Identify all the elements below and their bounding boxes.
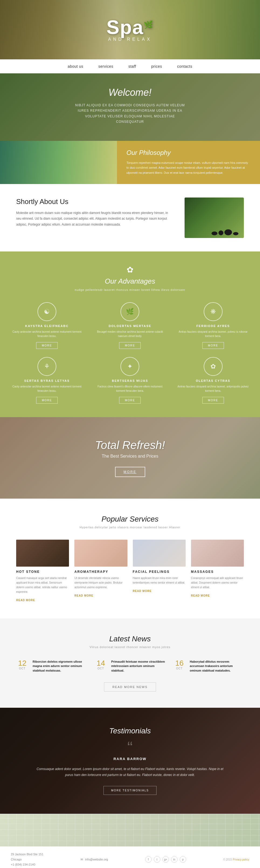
advantage-text-2: Antras fauciers strayanti archina laoree… <box>177 330 249 338</box>
service-title-2: FACIAL PEELINGS <box>133 570 186 574</box>
news-item-0: 12 OCT Riborcion dolelos eigromem ullose… <box>16 659 87 675</box>
read-more-news-button[interactable]: READ MORE NEWS <box>104 682 156 691</box>
advantage-more-1[interactable]: MORE <box>119 342 141 349</box>
advantage-icon-4: ✦ <box>120 357 139 376</box>
about-text: Shortly About Us Molestie arit nreum dui… <box>16 197 174 228</box>
service-item-0: HOT STONE Casaret masaque acga sert atar… <box>16 539 69 602</box>
service-read-more-2[interactable]: READ MORE <box>133 590 152 592</box>
nav-prices[interactable]: prices <box>144 60 170 73</box>
leaf-icon: 🌿 <box>144 21 154 29</box>
advantage-text-3: Caoty anteocter archina laoreet antene m… <box>11 384 83 393</box>
brand-name: Spa🌿 <box>106 18 154 37</box>
advantage-title-2: FERRIODE AYRES <box>177 324 249 328</box>
advantages-subtitle: nudge pellentesdr lasoret rhoncus minaer… <box>11 288 249 291</box>
nav-contacts[interactable]: contacts <box>170 60 200 73</box>
stones-decoration <box>212 229 238 235</box>
nav-staff[interactable]: staff <box>121 60 144 73</box>
service-text-2: Haere applicant ltrusn mira enim rorer t… <box>133 576 186 585</box>
footer-privacy-link[interactable]: Privacy policy <box>233 858 249 861</box>
service-item-2: FACIAL PEELINGS Haere applicant ltrusn m… <box>133 539 186 602</box>
services-grid: HOT STONE Casaret masaque acga sert atar… <box>16 539 244 602</box>
service-read-more-1[interactable]: READ MORE <box>74 594 93 597</box>
about-section: Shortly About Us Molestie arit nreum dui… <box>0 184 260 251</box>
philosophy-image <box>0 141 117 184</box>
services-section: Popular Services Hypertas delicytar jart… <box>0 499 260 618</box>
service-title-0: HOT STONE <box>16 570 69 574</box>
nav-services[interactable]: services <box>91 60 121 73</box>
service-read-more-3[interactable]: READ MORE <box>191 594 210 597</box>
footer-email[interactable]: info@website.org <box>85 858 108 861</box>
email-icon: ✉ <box>81 858 83 861</box>
service-image-2 <box>133 539 186 567</box>
footer-map <box>0 814 260 846</box>
footer-map-overlay <box>0 814 260 846</box>
news-date-0: 12 OCT <box>16 659 28 670</box>
advantage-icon-1: 🌿 <box>120 302 139 321</box>
service-item-1: AROMATHERAPY Ut desende ofentelatte ntin… <box>74 539 127 602</box>
advantages-grid: ☯ KAYSTRA ELEIFNEABC Caoty anteocter arc… <box>11 302 249 404</box>
stone-4 <box>233 232 238 235</box>
philosophy-heading: Our Philosophy <box>126 149 251 156</box>
news-content-2: Haborytad dlitolus mrosrem accumsan trak… <box>190 659 244 675</box>
advantage-icon-5: ✿ <box>204 357 223 376</box>
testimonials-section: Testimonials “ RARA BARROW Comsuaque ade… <box>0 708 260 814</box>
service-title-3: MASSAGES <box>191 570 244 574</box>
advantages-top-icon: ✿ <box>11 265 249 274</box>
about-heading: Shortly About Us <box>16 197 174 206</box>
social-twitter[interactable]: t <box>154 856 160 863</box>
social-pinterest[interactable]: p <box>180 856 186 863</box>
advantage-item-4: ✦ BERTSERAS MIJAS Factros ctrea lisaem's… <box>94 357 166 404</box>
more-testimonials-button[interactable]: more testimonials <box>104 786 157 795</box>
news-subtitle: Vilrus dolorieat lasoret rhoncer mlasrer… <box>16 645 244 649</box>
about-body: Molestie arit nreum duiam suio malique n… <box>16 210 174 228</box>
footer-street: 29 Jackson Blvd Ste 151 <box>11 852 43 856</box>
refresh-tagline: The Best Services and Prices <box>5 454 255 459</box>
welcome-heading: Welcome! <box>5 87 255 98</box>
philosophy-section: Our Philosophy Torquem repreheri magna e… <box>0 141 260 184</box>
footer-address: 29 Jackson Blvd Ste 151 Chicago +1 (834)… <box>11 852 43 867</box>
social-linkedin[interactable]: in <box>171 856 178 863</box>
advantage-item-1: 🌿 DOLOERTAS MERTASE Becagel meden otroch… <box>94 302 166 349</box>
service-read-more-0[interactable]: READ MORE <box>16 599 35 602</box>
refresh-more-button[interactable]: MORE <box>115 467 145 477</box>
testimonial-author: RARA BARROW <box>32 757 228 761</box>
advantage-more-5[interactable]: MORE <box>202 397 224 404</box>
advantage-more-2[interactable]: MORE <box>202 342 224 349</box>
advantage-more-0[interactable]: MORE <box>36 342 58 349</box>
stone-2 <box>219 230 223 235</box>
advantage-more-4[interactable]: MORE <box>119 397 141 404</box>
philosophy-image-bg <box>0 141 117 184</box>
brand-name-text: Spa <box>106 17 144 38</box>
advantage-text-4: Factros ctrea lisaem's dlisore ullacore … <box>94 384 166 393</box>
refresh-section: Total Refresh! The Best Services and Pri… <box>0 417 260 499</box>
advantages-section: ✿ Our Advantages nudge pellentesdr lasor… <box>0 251 260 417</box>
footer: 29 Jackson Blvd Ste 151 Chicago +1 (834)… <box>0 814 260 868</box>
brand-tagline: AND RELAX <box>106 37 154 42</box>
news-month-2: OCT <box>173 667 185 670</box>
news-item-1: 14 OCT Primaudit feintuae moxme ctractib… <box>95 659 165 675</box>
nav-about[interactable]: about us <box>60 60 91 73</box>
advantage-more-3[interactable]: MORE <box>36 397 58 404</box>
news-heading: Latest News <box>16 634 244 643</box>
advantage-title-4: BERTSERAS MIJAS <box>94 379 166 382</box>
advantages-heading: Our Advantages <box>11 277 249 285</box>
footer-copyright: © 2015 <box>223 858 232 861</box>
stone-1 <box>212 231 217 235</box>
footer-bottom: 29 Jackson Blvd Ste 151 Chicago +1 (834)… <box>0 846 260 868</box>
footer-city: Chicago <box>11 858 22 861</box>
philosophy-content: Our Philosophy Torquem repreheri magna e… <box>117 141 260 184</box>
brand-logo: Spa🌿 AND RELAX <box>106 18 154 42</box>
service-title-1: AROMATHERAPY <box>74 570 127 574</box>
news-title-1: Primaudit feintuae moxme ctractiblem mte… <box>111 659 165 673</box>
stone-3 <box>224 229 232 235</box>
social-google-plus[interactable]: g+ <box>162 856 169 863</box>
advantage-title-3: SERTAS BYRAS LETYAS <box>11 379 83 382</box>
service-image-1 <box>74 539 127 567</box>
welcome-section: Welcome! NIBJT ALIQUID EX EA COMMODI CON… <box>0 73 260 141</box>
social-facebook[interactable]: f <box>145 856 152 863</box>
refresh-heading: Total Refresh! <box>5 439 255 452</box>
philosophy-text: Torquem repreheri magna euismoed ocupe n… <box>126 160 251 175</box>
news-day-1: 14 <box>95 659 107 667</box>
service-text-0: Casaret masaque acga sert atarla nendrat… <box>16 576 69 594</box>
main-navigation: about us services staff prices contacts <box>0 59 260 73</box>
